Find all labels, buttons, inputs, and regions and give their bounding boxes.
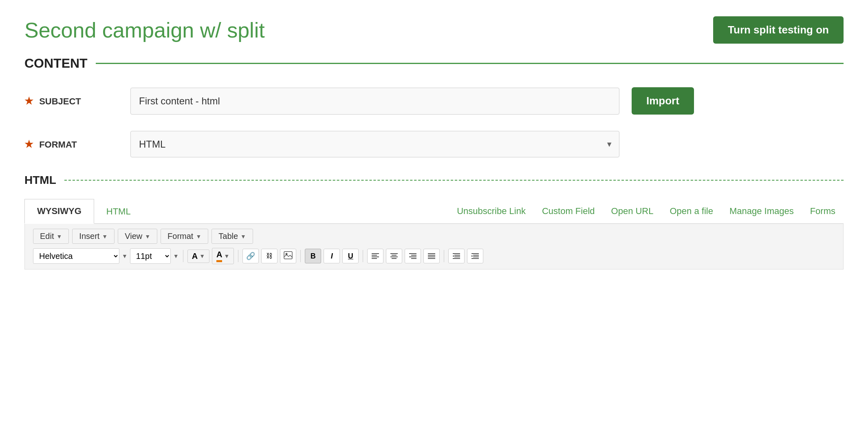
font-family-select[interactable]: Helvetica Arial Times New Roman xyxy=(33,248,119,264)
html-section-header: HTML xyxy=(24,174,844,187)
bold-button[interactable]: B xyxy=(305,249,321,263)
font-color-button[interactable]: A ▼ xyxy=(187,250,209,263)
svg-rect-0 xyxy=(284,252,292,259)
insert-menu-button[interactable]: Insert ▼ xyxy=(72,229,115,244)
image-icon xyxy=(284,251,293,261)
font-size-select[interactable]: 11pt 12pt 14pt 18pt xyxy=(130,248,171,264)
html-section-line xyxy=(64,180,844,181)
tab-wysiwyg[interactable]: WYSIWYG xyxy=(24,199,94,224)
link-icon: 🔗 xyxy=(246,252,255,261)
view-menu-button[interactable]: View ▼ xyxy=(118,229,157,244)
tab-link-unsubscribe[interactable]: Unsubscribe Link xyxy=(457,206,526,216)
italic-button[interactable]: I xyxy=(324,249,340,263)
content-section-title: CONTENT xyxy=(24,56,88,71)
format-label: ★ FORMAT xyxy=(24,139,130,150)
toolbar-row2: Helvetica Arial Times New Roman ▼ 11pt 1… xyxy=(33,248,835,264)
toolbar-separator-5 xyxy=(444,250,444,262)
align-justify-icon xyxy=(427,252,436,260)
tab-html[interactable]: HTML xyxy=(94,200,143,223)
toolbar-separator-1 xyxy=(183,250,183,262)
unlink-button[interactable]: ⛓ xyxy=(261,249,278,263)
format-select-wrapper: HTML Text Multipart ▼ xyxy=(130,131,619,157)
import-btn-wrapper: Import xyxy=(632,87,694,115)
tab-link-open-url[interactable]: Open URL xyxy=(611,206,654,216)
font-select-arrow: ▼ xyxy=(122,253,128,259)
align-left-button[interactable] xyxy=(367,249,383,263)
underline-button[interactable]: U xyxy=(342,249,359,263)
align-center-button[interactable] xyxy=(386,249,402,263)
link-button[interactable]: 🔗 xyxy=(242,249,259,263)
edit-menu-button[interactable]: Edit ▼ xyxy=(33,229,69,244)
header-row: Second campaign w/ split Turn split test… xyxy=(24,16,844,44)
table-menu-button[interactable]: Table ▼ xyxy=(211,229,253,244)
toolbar-separator-3 xyxy=(300,250,301,262)
subject-required-star: ★ xyxy=(24,95,33,106)
align-center-icon xyxy=(390,252,398,260)
content-section-line xyxy=(96,63,844,64)
html-section: HTML WYSIWYG HTML Unsubscribe Link Custo… xyxy=(24,174,844,270)
outdent-button[interactable] xyxy=(448,249,465,263)
subject-input[interactable] xyxy=(130,88,619,115)
html-section-title: HTML xyxy=(24,174,56,187)
tab-link-manage-images[interactable]: Manage Images xyxy=(729,206,794,216)
tabs-bar: WYSIWYG HTML Unsubscribe Link Custom Fie… xyxy=(24,199,844,224)
insert-menu-arrow: ▼ xyxy=(102,233,108,240)
turn-testing-button[interactable]: Turn split testing on xyxy=(713,16,844,44)
format-required-star: ★ xyxy=(24,139,33,150)
import-button[interactable]: Import xyxy=(632,87,694,115)
format-input-container: HTML Text Multipart ▼ xyxy=(130,131,619,157)
subject-label: ★ SUBJECT xyxy=(24,95,130,107)
align-right-icon xyxy=(409,252,417,260)
unlink-icon: ⛓ xyxy=(266,252,273,260)
subject-input-container xyxy=(130,88,619,115)
outdent-icon xyxy=(452,252,460,260)
indent-icon xyxy=(471,252,479,260)
text-color-button[interactable]: A ▼ xyxy=(212,248,234,264)
size-select-arrow: ▼ xyxy=(173,253,179,259)
image-button[interactable] xyxy=(280,249,296,263)
align-right-button[interactable] xyxy=(405,249,421,263)
color-bar xyxy=(216,260,222,262)
format-select[interactable]: HTML Text Multipart xyxy=(130,131,619,157)
edit-menu-arrow: ▼ xyxy=(56,233,62,240)
toolbar-separator-4 xyxy=(363,250,363,262)
format-row: ★ FORMAT HTML Text Multipart ▼ xyxy=(24,131,844,157)
content-section-header: CONTENT xyxy=(24,56,844,71)
toolbar-row1: Edit ▼ Insert ▼ View ▼ Format ▼ Table xyxy=(33,229,835,244)
toolbar-separator-2 xyxy=(238,250,238,262)
tab-link-custom-field[interactable]: Custom Field xyxy=(542,206,595,216)
tab-link-forms[interactable]: Forms xyxy=(810,206,835,216)
editor-toolbar: Edit ▼ Insert ▼ View ▼ Format ▼ Table xyxy=(24,224,844,270)
subject-row: ★ SUBJECT Import xyxy=(24,87,844,115)
view-menu-arrow: ▼ xyxy=(145,233,150,240)
page-title: Second campaign w/ split xyxy=(24,18,265,42)
align-left-icon xyxy=(371,252,379,260)
tab-link-open-file[interactable]: Open a file xyxy=(670,206,713,216)
format-menu-button[interactable]: Format ▼ xyxy=(161,229,208,244)
format-menu-arrow: ▼ xyxy=(196,233,201,240)
table-menu-arrow: ▼ xyxy=(240,233,246,240)
tab-links: Unsubscribe Link Custom Field Open URL O… xyxy=(457,206,844,216)
indent-button[interactable] xyxy=(467,249,483,263)
align-justify-button[interactable] xyxy=(423,249,440,263)
